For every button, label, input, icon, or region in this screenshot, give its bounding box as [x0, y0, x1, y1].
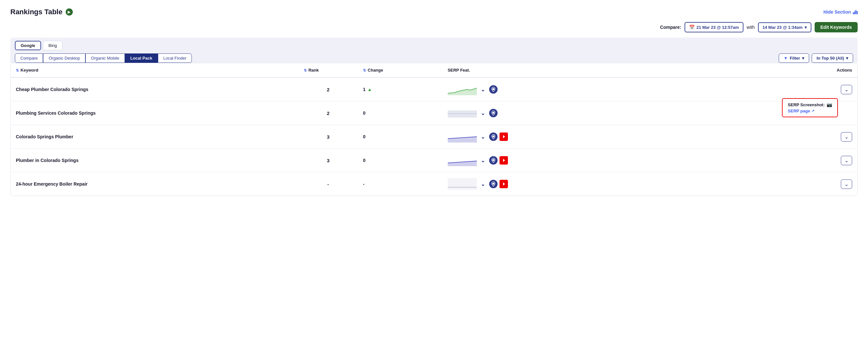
serp-page-link[interactable]: SERP page ↗: [788, 109, 832, 113]
action-dropdown-button-4[interactable]: ⌄: [841, 156, 852, 165]
compare-date1: 21 Mar 23 @ 12:57am: [696, 25, 739, 30]
compare-date2: 14 Mar 23 @ 1:34am: [763, 25, 803, 30]
serp-feat-cell: ⌄: [442, 125, 696, 149]
engine-tabs: Google Bing: [15, 41, 853, 50]
camera-icon[interactable]: 📷: [827, 102, 832, 107]
change-value: -: [363, 181, 365, 186]
bar-chart-icon: [853, 10, 858, 14]
serp-youtube-icon[interactable]: [499, 156, 508, 165]
svg-point-6: [492, 136, 494, 137]
table-row: Plumber in Colorado Springs 3 0: [11, 149, 857, 172]
svg-marker-10: [503, 159, 505, 162]
rank-cell: 2: [299, 78, 358, 102]
table-row: 24-hour Emergency Boiler Repair - -: [11, 172, 857, 196]
tab-local-pack[interactable]: Local Pack: [125, 53, 158, 63]
filter-chevron-icon: ▾: [802, 56, 804, 61]
actions-cell-5: ⌄: [696, 172, 857, 196]
rank-cell: 3: [299, 125, 358, 149]
keyword-cell: 24-hour Emergency Boiler Repair: [11, 172, 299, 196]
serp-youtube-icon[interactable]: [499, 180, 508, 188]
tabs-section: Google Bing Compare Organic Desktop Orga…: [10, 37, 858, 63]
svg-point-1: [492, 88, 494, 90]
svg-point-9: [492, 159, 494, 161]
tab-compare[interactable]: Compare: [15, 53, 43, 63]
engine-tab-google[interactable]: Google: [15, 41, 41, 50]
action-dropdown-button-1[interactable]: ⌄: [841, 85, 852, 94]
serp-feat-cell: ⌄: [442, 149, 696, 172]
hide-section-label: Hide Section: [824, 9, 851, 15]
filter-button[interactable]: ▼ Filter ▾: [779, 53, 809, 63]
serp-popup-title: SERP Screenshot: 📷: [788, 102, 832, 107]
keyword-cell: Plumber in Colorado Springs: [11, 149, 299, 172]
serp-map-icon[interactable]: [489, 180, 498, 188]
actions-cell-1: ⌄: [696, 78, 857, 102]
serp-map-icon[interactable]: [489, 156, 498, 165]
serp-dropdown-icon[interactable]: ⌄: [479, 180, 487, 188]
serp-feat-cell: ⌄: [442, 102, 696, 125]
tabs-filter-row: Compare Organic Desktop Organic Mobile L…: [15, 53, 853, 63]
keyword-cell: Colorado Springs Plumber: [11, 125, 299, 149]
edit-keywords-button[interactable]: Edit Keywords: [815, 22, 858, 32]
calendar-icon: 📅: [689, 25, 694, 30]
compare-date2-button[interactable]: 14 Mar 23 @ 1:34am ▾: [758, 22, 811, 32]
serp-youtube-icon[interactable]: [499, 133, 508, 141]
serp-dropdown-icon[interactable]: ⌄: [479, 85, 487, 94]
keyword-cell: Plumbing Services Colorado Springs: [11, 102, 299, 125]
mini-chart-purple2: [448, 154, 477, 166]
serp-map-icon[interactable]: [489, 109, 498, 117]
keyword-cell: Cheap Plumber Colorado Springs: [11, 78, 299, 102]
col-change: ⇅ Change: [358, 63, 442, 78]
col-serp-feat: SERP Feat.: [442, 63, 696, 78]
filter-label: Filter: [790, 56, 800, 61]
view-tabs: Compare Organic Desktop Organic Mobile L…: [15, 53, 192, 63]
col-actions: Actions: [696, 63, 857, 78]
top50-label: In Top 50 (All): [816, 56, 844, 61]
sort-icon-change[interactable]: ⇅: [363, 68, 366, 72]
change-value: 0: [363, 111, 366, 116]
filter-group: ▼ Filter ▾ In Top 50 (All) ▾: [779, 53, 853, 63]
rank-cell: 2: [299, 102, 358, 125]
mini-chart-green: [448, 84, 477, 95]
action-dropdown-button-3[interactable]: ⌄: [841, 132, 852, 142]
change-cell: 1 ▲: [358, 78, 442, 102]
page-title: Rankings Table: [10, 8, 62, 16]
table-row: Plumbing Services Colorado Springs 2 0: [11, 102, 857, 125]
actions-cell-2: SERP Screenshot: 📷 SERP page ↗ ⌄: [696, 102, 857, 125]
tab-local-finder[interactable]: Local Finder: [158, 53, 192, 63]
mini-chart-purple: [448, 131, 477, 143]
serp-dropdown-icon[interactable]: ⌄: [479, 133, 487, 141]
with-text: with: [747, 25, 755, 30]
compare-date1-button[interactable]: 📅 21 Mar 23 @ 12:57am: [685, 22, 743, 32]
serp-feat-cell: ⌄: [442, 78, 696, 102]
change-value: 0: [363, 134, 366, 139]
serp-dropdown-icon[interactable]: ⌄: [479, 156, 487, 165]
compare-label: Compare:: [660, 25, 681, 30]
action-dropdown-button-5[interactable]: ⌄: [841, 179, 852, 189]
rankings-table: ⇅ Keyword ⇅ Rank ⇅ Change SERP Feat. Act…: [10, 63, 858, 196]
top50-chevron-icon: ▾: [846, 56, 848, 61]
title-verified-icon: ▶: [66, 8, 73, 16]
rank-cell: -: [299, 172, 358, 196]
serp-dropdown-icon[interactable]: ⌄: [479, 109, 487, 117]
svg-rect-2: [448, 111, 477, 118]
table-row: Cheap Plumber Colorado Springs 2 1 ▲: [11, 78, 857, 102]
rank-cell: 3: [299, 149, 358, 172]
top50-button[interactable]: In Top 50 (All) ▾: [812, 53, 853, 63]
tab-organic-mobile[interactable]: Organic Mobile: [85, 53, 125, 63]
svg-point-4: [492, 112, 494, 114]
change-value: 0: [363, 158, 366, 163]
serp-page-label: SERP page: [788, 109, 810, 113]
sort-icon-keyword[interactable]: ⇅: [16, 68, 19, 72]
change-cell: -: [358, 172, 442, 196]
serp-screenshot-popup: SERP Screenshot: 📷 SERP page ↗: [782, 98, 838, 117]
change-cell: 0: [358, 125, 442, 149]
change-value: 1: [363, 87, 366, 92]
hide-section-button[interactable]: Hide Section: [824, 9, 858, 15]
svg-point-13: [492, 183, 494, 185]
serp-map-icon[interactable]: [489, 133, 498, 141]
sort-icon-rank[interactable]: ⇅: [304, 68, 307, 72]
engine-tab-bing[interactable]: Bing: [43, 41, 62, 50]
table-row: Colorado Springs Plumber 3 0: [11, 125, 857, 149]
serp-map-icon[interactable]: [489, 85, 498, 94]
tab-organic-desktop[interactable]: Organic Desktop: [43, 53, 85, 63]
